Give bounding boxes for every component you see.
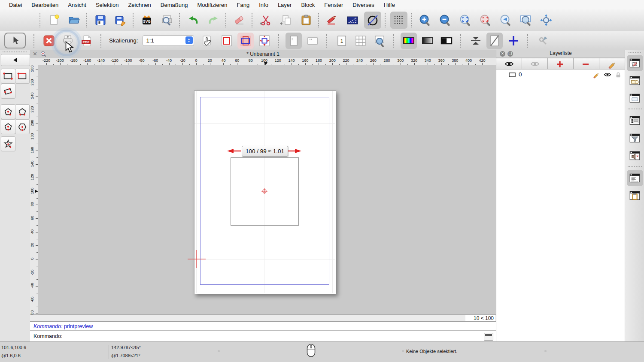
property-filter-widget-button[interactable] [627,130,643,146]
undo-icon[interactable] [185,12,202,29]
menu-info[interactable]: Info [254,2,273,8]
single-page-icon[interactable]: 1 [334,33,350,49]
svg-export-icon[interactable]: SVG [138,12,155,29]
add-layer-button[interactable] [547,58,574,69]
paste-icon[interactable] [298,12,315,29]
line-squash-icon[interactable] [468,33,484,49]
command-input-line[interactable]: Kommando: [30,330,496,342]
poly-center-edge-tool-button[interactable] [1,119,15,134]
toolbar-separator [460,34,462,48]
landscape-icon[interactable] [304,33,321,49]
menu-fang[interactable]: Fang [232,2,255,8]
layer-lock-icon[interactable] [615,71,622,78]
panel-detach-icon[interactable]: ❐ [507,51,513,57]
back-arrow-tool-button[interactable] [1,54,30,66]
page-diagonal-icon[interactable] [486,33,503,49]
menu-ansicht[interactable]: Ansicht [63,2,91,8]
print-preview-icon[interactable] [158,12,176,29]
menu-zeichnen[interactable]: Zeichnen [123,2,155,8]
new-file-icon[interactable] [46,12,63,29]
poly-2vertex-tool-button[interactable] [15,104,30,119]
multi-page-icon[interactable] [352,33,369,49]
drawing-canvas[interactable]: 100 / 99 ≈ 1.01 [38,65,496,314]
cut-icon[interactable] [257,12,274,29]
edit-layer-button[interactable] [599,58,625,69]
v-ruler-label: 120 [30,172,34,182]
crosshair-blue-icon[interactable] [505,33,522,49]
copy-icon[interactable] [277,12,295,29]
redo-icon[interactable] [205,12,222,29]
star-tool-button[interactable] [1,136,15,151]
layer-name: 0 [519,71,522,78]
zoom-out-icon[interactable] [437,12,454,29]
zoom-selection-icon[interactable] [477,12,494,29]
zoom-page-icon[interactable] [371,33,388,49]
library-browser-widget-button[interactable] [627,90,643,106]
hand-pan-icon[interactable] [200,33,216,49]
print-icon[interactable] [60,33,76,49]
black-white-icon[interactable] [438,33,455,49]
menu-block[interactable]: Block [296,2,319,8]
save-icon[interactable] [92,12,109,29]
toolbar-separator [179,13,181,27]
color-full-icon[interactable] [401,33,417,49]
menu-hilfe[interactable]: Hilfe [379,2,400,8]
scale-select[interactable]: 1:1▲▼ [143,35,194,46]
close-preview-icon[interactable] [41,33,57,49]
dock-drag-handle[interactable] [629,52,641,54]
layer-visibility-icon[interactable] [604,71,611,78]
grid-dots-icon[interactable] [390,12,407,29]
command-line-widget-button[interactable] [627,170,643,186]
layer-list-widget-button[interactable] [627,55,643,71]
remove-layer-button[interactable] [573,58,599,69]
rect-2pt-tool-button[interactable] [1,69,15,84]
selection-list-widget-button[interactable] [627,112,643,129]
page-border-icon[interactable] [219,33,235,49]
hexagon-tool-button[interactable] [15,119,30,134]
stepper-arrows-icon[interactable]: ▲▼ [185,36,193,44]
menu-bemaung[interactable]: Bemaßung [156,2,193,8]
command-window-toggle-button[interactable] [484,333,493,341]
block-list-widget-button[interactable] [627,72,643,89]
panel-close-icon[interactable]: ✕ [500,51,505,57]
zoom-fit-icon[interactable] [457,12,474,29]
menu-fenster[interactable]: Fenster [319,2,348,8]
margins-icon[interactable] [237,33,254,49]
h-ruler-label: -160 [81,58,94,63]
grayscale-icon[interactable] [419,33,436,49]
layer-row[interactable]: 0 [496,70,625,79]
zoom-in-icon[interactable] [416,12,434,29]
poly-center-vertex-tool-button[interactable] [1,104,15,119]
portrait-icon[interactable] [286,33,302,49]
eraser-icon[interactable] [231,12,248,29]
hide-all-layers-button[interactable] [522,58,548,69]
zoom-previous-icon[interactable] [497,12,514,29]
clipboard-widget-button[interactable] [627,187,643,204]
pdf-export-icon[interactable]: PDF [79,33,95,49]
h-ruler-label: -80 [135,58,148,63]
menu-selektion[interactable]: Selektion [91,2,123,8]
select-box-icon[interactable] [344,12,361,29]
menu-datei[interactable]: Datei [4,2,27,8]
pointer-tool-button[interactable] [4,33,26,48]
menu-bearbeiten[interactable]: Bearbeiten [27,2,63,8]
rect-edge-tool-button[interactable] [15,69,30,84]
fit-page-icon[interactable] [256,33,273,49]
zoom-pan-icon[interactable] [538,12,555,29]
save-as-icon[interactable] [112,12,129,29]
settings-icon[interactable] [535,33,551,49]
open-file-icon[interactable] [66,12,83,29]
zoom-window-icon[interactable] [517,12,535,29]
toolbar-drag-handle[interactable] [39,13,41,27]
h-ruler-label: 380 [449,58,462,63]
rect-rotated-tool-button[interactable] [1,84,15,99]
menu-modifizieren[interactable]: Modifizieren [192,2,232,8]
draw-pen-icon[interactable] [324,12,341,29]
circle-slash-icon[interactable] [364,12,381,29]
show-all-layers-button[interactable] [496,58,522,69]
layer-edit-icon[interactable] [592,71,600,78]
palette-drag-handle[interactable] [3,51,27,53]
menu-diverses[interactable]: Diverses [348,2,379,8]
menu-layer[interactable]: Layer [273,2,297,8]
export-widget-button[interactable] [627,148,643,164]
